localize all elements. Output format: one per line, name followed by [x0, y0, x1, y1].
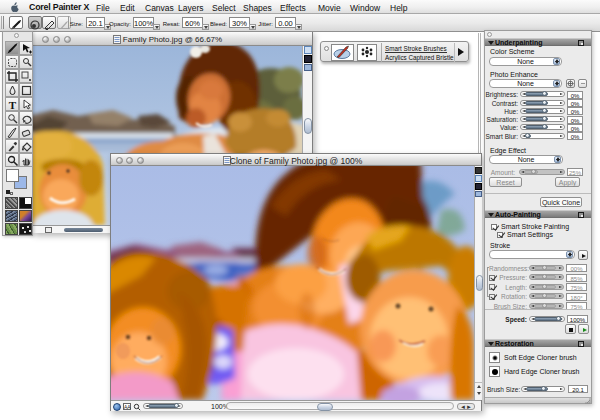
svg-text:T: T [8, 99, 16, 111]
